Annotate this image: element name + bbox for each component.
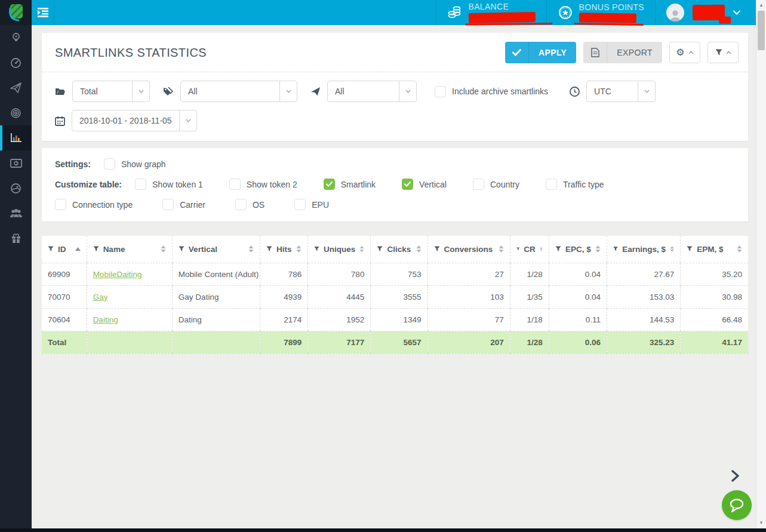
column-header-vertical[interactable]: Vertical bbox=[172, 236, 260, 263]
column-label: Uniques bbox=[324, 245, 355, 254]
country-checkbox[interactable] bbox=[473, 179, 484, 190]
sidebar-item-ideas[interactable] bbox=[0, 25, 32, 50]
smartlink-select[interactable]: All bbox=[327, 81, 417, 102]
settings-toggle-button[interactable]: ⚙ bbox=[669, 42, 700, 63]
sidebar-toggle-button[interactable] bbox=[32, 0, 54, 25]
cell-clicks: 1349 bbox=[371, 308, 427, 331]
balance-section[interactable]: BALANCE bbox=[436, 0, 546, 25]
sort-both-icon bbox=[737, 245, 742, 253]
column-header-hits[interactable]: Hits bbox=[260, 236, 308, 263]
cell-vertical: Mobile Content (Adult) bbox=[172, 263, 260, 285]
sort-both-icon bbox=[670, 245, 674, 253]
epu-checkbox[interactable] bbox=[294, 199, 306, 210]
tags-select[interactable]: All bbox=[180, 81, 297, 102]
funnel-icon bbox=[715, 49, 722, 56]
cell-uniques: 780 bbox=[308, 263, 371, 285]
option-label: Show token 1 bbox=[152, 180, 203, 189]
column-header-name[interactable]: Name bbox=[87, 236, 172, 263]
option-smartlink: Smartlink bbox=[324, 179, 376, 190]
cell-epc: 0.04 bbox=[549, 263, 607, 285]
column-header-cr[interactable]: CR bbox=[510, 236, 549, 263]
vertical-scrollbar[interactable]: ▲ ▼ bbox=[756, 0, 766, 532]
date-range-select[interactable]: 2018-10-01 - 2018-11-05 bbox=[72, 110, 197, 131]
check-icon bbox=[404, 182, 411, 187]
lightbulb-icon bbox=[11, 32, 21, 43]
column-header-conversions[interactable]: Conversions bbox=[427, 236, 510, 263]
cell-epc: 0.04 bbox=[549, 285, 607, 308]
show-graph-checkbox[interactable] bbox=[104, 158, 115, 170]
vertical-checkbox[interactable] bbox=[402, 179, 413, 190]
sidebar-item-statistics[interactable] bbox=[0, 125, 32, 150]
cell-id: 69909 bbox=[42, 263, 87, 285]
smartlink-name-link[interactable]: Gay bbox=[93, 293, 108, 302]
calendar-icon bbox=[55, 116, 65, 126]
sidebar-item-payments[interactable]: 1 bbox=[0, 150, 32, 176]
os-checkbox[interactable] bbox=[235, 199, 247, 210]
user-menu[interactable] bbox=[655, 0, 756, 25]
sidebar-item-bonus[interactable] bbox=[0, 226, 32, 251]
sidebar-item-referrals[interactable] bbox=[0, 201, 32, 226]
caret-down-icon bbox=[179, 110, 196, 131]
check-icon bbox=[512, 49, 521, 56]
column-header-id[interactable]: ID bbox=[42, 236, 87, 263]
option-label: Traffic type bbox=[563, 180, 604, 189]
caret-down-icon bbox=[399, 81, 416, 102]
smartlink-name-link[interactable]: MobileDaiting bbox=[93, 270, 142, 279]
bonus-value-redacted bbox=[579, 13, 636, 23]
apply-button[interactable]: APPLY bbox=[505, 42, 576, 63]
cell-clicks: 753 bbox=[371, 263, 427, 285]
connection-type-checkbox[interactable] bbox=[55, 199, 66, 210]
smartlink-checkbox[interactable] bbox=[324, 179, 335, 190]
option-label: EPU bbox=[312, 200, 329, 210]
show-token-1-checkbox[interactable] bbox=[135, 179, 146, 190]
show-graph-label: Show graph bbox=[121, 159, 166, 169]
sidebar-item-campaigns[interactable] bbox=[0, 75, 32, 100]
bonus-points-label: BONUS POINTS bbox=[579, 3, 644, 12]
column-header-epm[interactable]: EPM, $ bbox=[681, 236, 748, 263]
option-label: Vertical bbox=[419, 180, 447, 189]
target-icon bbox=[10, 107, 21, 119]
filter-toggle-button[interactable] bbox=[707, 42, 739, 63]
cell-epm: 66.48 bbox=[681, 308, 748, 331]
app-logo[interactable] bbox=[0, 0, 32, 25]
sidebar-item-smartlinks[interactable] bbox=[0, 100, 32, 125]
cell-cr: 1/18 bbox=[510, 308, 549, 331]
chat-widget-button[interactable] bbox=[722, 490, 752, 520]
scrollbar-thumb[interactable] bbox=[758, 11, 765, 50]
column-header-uniques[interactable]: Uniques bbox=[308, 236, 371, 263]
cell-conversions: 27 bbox=[427, 263, 510, 285]
group-select[interactable]: Total bbox=[72, 81, 150, 102]
include-archive-checkbox[interactable] bbox=[435, 86, 446, 97]
gear-icon: ⚙ bbox=[676, 48, 684, 57]
show-graph-checkbox-wrap: Show graph bbox=[104, 158, 166, 170]
sort-both-icon bbox=[359, 245, 364, 253]
scroll-up-icon[interactable]: ▲ bbox=[756, 0, 766, 10]
column-label: Hits bbox=[276, 245, 292, 254]
total-label: Total bbox=[42, 331, 87, 353]
bonus-points-section[interactable]: BONUS POINTS bbox=[546, 0, 655, 25]
users-icon bbox=[10, 208, 23, 218]
smartlink-name-link[interactable]: Daiting bbox=[93, 315, 118, 324]
show-token-2-checkbox[interactable] bbox=[229, 179, 241, 190]
option-label: Smartlink bbox=[341, 180, 376, 189]
total-earnings: 325.23 bbox=[607, 331, 681, 353]
filter-funnel-icon bbox=[266, 246, 272, 252]
option-os: OS bbox=[235, 199, 264, 210]
scroll-down-icon[interactable]: ▼ bbox=[756, 518, 766, 527]
column-header-earnings[interactable]: Earnings, $ bbox=[607, 236, 681, 263]
option-label: Carrier bbox=[180, 200, 205, 210]
traffic-type-checkbox[interactable] bbox=[546, 179, 557, 190]
column-header-epc[interactable]: EPC, $ bbox=[549, 236, 607, 263]
timezone-select[interactable]: UTC bbox=[586, 81, 656, 102]
cell-uniques: 4445 bbox=[308, 285, 371, 308]
table-row: 70604 Daiting Dating 2174 1952 1349 77 1… bbox=[42, 308, 748, 331]
export-button[interactable]: EXPORT bbox=[583, 42, 662, 63]
carrier-checkbox[interactable] bbox=[162, 199, 174, 210]
option-show-token-2: Show token 2 bbox=[229, 179, 297, 190]
sidebar-item-domains[interactable] bbox=[0, 176, 32, 201]
statistics-filter-panel: SMARTLINKS STATISTICS APPLY bbox=[42, 33, 748, 141]
next-page-button[interactable] bbox=[731, 470, 739, 484]
sidebar-item-dashboard[interactable] bbox=[0, 50, 32, 75]
sidebar-toggle-icon bbox=[37, 8, 49, 17]
column-header-clicks[interactable]: Clicks bbox=[371, 236, 427, 263]
